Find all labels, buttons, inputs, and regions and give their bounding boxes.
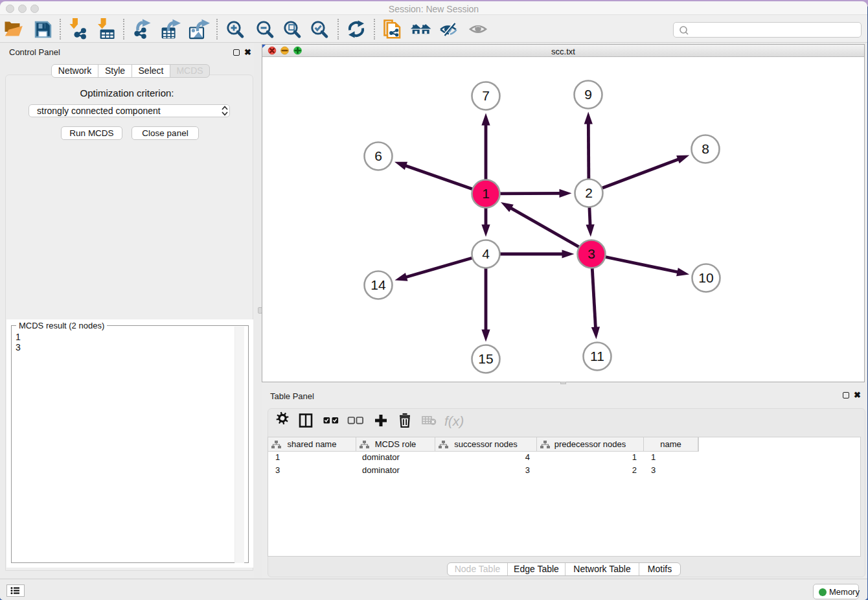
- svg-text:11: 11: [590, 349, 604, 363]
- svg-text:15: 15: [478, 351, 493, 366]
- svg-text:4: 4: [482, 246, 490, 261]
- svg-text:7: 7: [482, 88, 490, 103]
- svg-text:10: 10: [698, 270, 713, 285]
- svg-text:8: 8: [702, 141, 709, 156]
- svg-text:3: 3: [588, 246, 595, 261]
- svg-text:1: 1: [482, 186, 490, 201]
- svg-text:6: 6: [374, 148, 382, 163]
- svg-text:f(x): f(x): [444, 413, 464, 428]
- svg-text:9: 9: [584, 87, 592, 102]
- svg-text:14: 14: [371, 277, 386, 292]
- svg-text:2: 2: [585, 185, 593, 200]
